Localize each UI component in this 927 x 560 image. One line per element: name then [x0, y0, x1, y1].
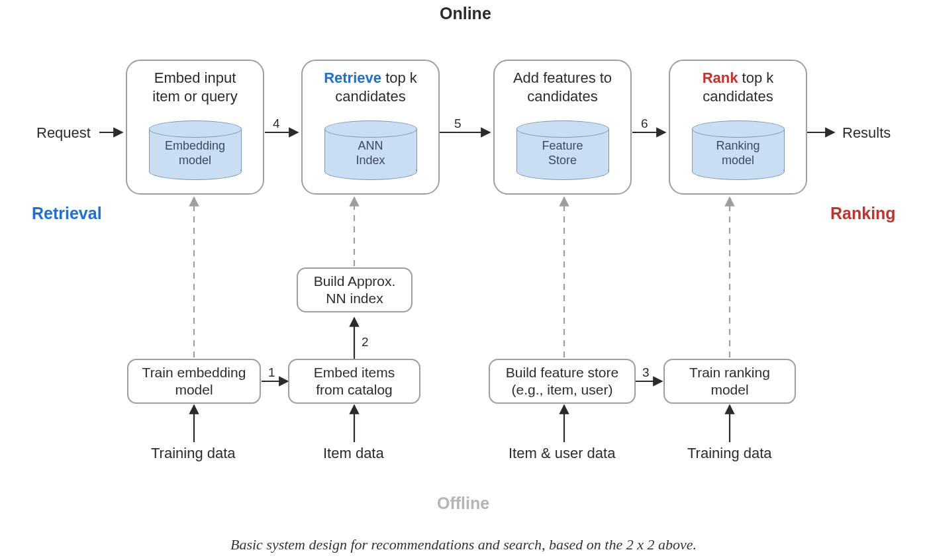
label-retrieval: Retrieval: [32, 204, 102, 223]
db-ann-index: ANNIndex: [324, 120, 417, 180]
label-request: Request: [36, 124, 91, 142]
box-build-ann: Build Approx.NN index: [297, 267, 413, 312]
step-1: 1: [268, 365, 275, 380]
box-rank-title: Rank top k candidates: [670, 69, 806, 105]
step-3: 3: [642, 365, 650, 380]
db-feature-store-label: FeatureStore: [516, 139, 609, 167]
label-item-data: Item data: [323, 445, 384, 462]
db-ranking-model-label: Rankingmodel: [692, 139, 785, 167]
label-results: Results: [842, 124, 891, 142]
label-item-user-data: Item & user data: [509, 445, 615, 462]
box-train-ranking: Train rankingmodel: [663, 359, 796, 404]
label-ranking: Ranking: [830, 204, 896, 223]
box-rank: Rank top k candidates Rankingmodel: [669, 60, 807, 195]
db-feature-store: FeatureStore: [516, 120, 609, 180]
label-offline: Offline: [437, 494, 489, 513]
box-embed-input: Embed input item or query Embeddingmodel: [126, 60, 264, 195]
step-5: 5: [454, 117, 462, 131]
diagram-canvas: Online Offline Retrieval Ranking Request…: [0, 0, 927, 560]
step-2: 2: [362, 335, 369, 350]
db-embedding-model: Embeddingmodel: [149, 120, 242, 180]
box-embed-items: Embed itemsfrom catalog: [288, 359, 420, 404]
step-6: 6: [641, 117, 648, 131]
label-online: Online: [440, 4, 491, 23]
db-embedding-model-label: Embeddingmodel: [149, 139, 242, 167]
box-add-features-title: Add features to candidates: [495, 69, 630, 105]
figure-caption: Basic system design for recommendations …: [0, 536, 927, 553]
db-ranking-model: Rankingmodel: [692, 120, 785, 180]
db-ann-index-label: ANNIndex: [324, 139, 417, 167]
box-embed-input-title: Embed input item or query: [127, 69, 263, 105]
box-train-embedding: Train embeddingmodel: [127, 359, 261, 404]
box-add-features: Add features to candidates FeatureStore: [493, 60, 632, 195]
box-retrieve-title: Retrieve top k candidates: [303, 69, 438, 105]
label-training-data-left: Training data: [151, 445, 236, 462]
step-4: 4: [273, 117, 280, 131]
box-retrieve: Retrieve top k candidates ANNIndex: [301, 60, 440, 195]
label-training-data-right: Training data: [687, 445, 772, 462]
box-build-feature-store: Build feature store(e.g., item, user): [489, 359, 636, 404]
